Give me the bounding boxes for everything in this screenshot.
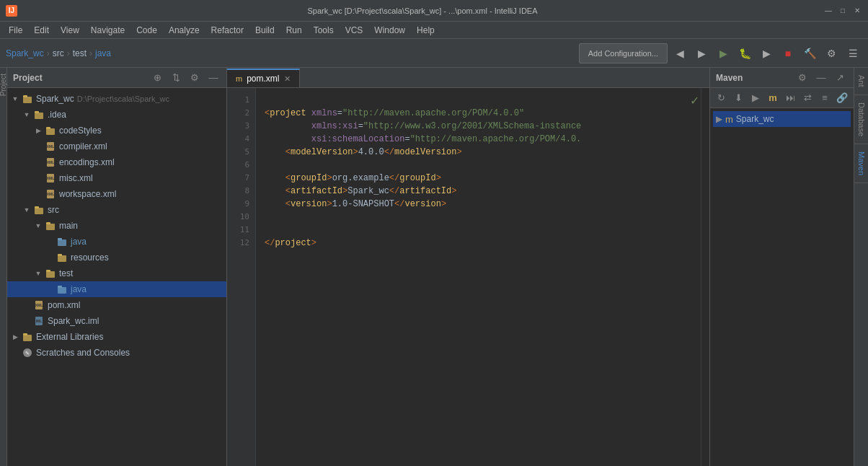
maven-collapse-button[interactable]: — bbox=[813, 70, 829, 86]
tree-icon-7 bbox=[33, 204, 45, 216]
maven-arrow: ▶ bbox=[716, 114, 722, 124]
tree-item-1[interactable]: ▼.idea bbox=[7, 107, 226, 123]
settings-button[interactable]: ⚙ bbox=[822, 44, 841, 63]
maven-more-button[interactable]: ≡ bbox=[817, 90, 833, 106]
tree-item-14[interactable]: IMLSpark_wc.iml bbox=[7, 313, 226, 329]
panel-layout-button[interactable]: ⇅ bbox=[169, 71, 183, 85]
code-line-5[interactable]: <modelVersion>4.0.0</modelVersion> bbox=[265, 146, 692, 159]
panel-add-button[interactable]: ⊕ bbox=[150, 71, 164, 85]
tree-arrow-9 bbox=[45, 237, 55, 247]
stop-button[interactable]: ■ bbox=[779, 44, 797, 63]
tree-icon-8 bbox=[45, 220, 56, 232]
add-config-button[interactable]: Add Configuration... bbox=[579, 43, 668, 63]
tree-item-5[interactable]: XMLmisc.xml bbox=[7, 170, 226, 186]
tab-close-pom[interactable]: ✕ bbox=[284, 74, 291, 84]
close-button[interactable]: ✕ bbox=[852, 6, 862, 16]
menu-view[interactable]: View bbox=[55, 24, 85, 37]
svg-rect-5 bbox=[46, 127, 50, 129]
maximize-button[interactable]: □ bbox=[838, 6, 848, 16]
menu-file[interactable]: File bbox=[3, 24, 28, 37]
tree-item-9[interactable]: java bbox=[7, 234, 226, 250]
menu-build[interactable]: Build bbox=[249, 24, 280, 37]
tree-icon-9 bbox=[56, 236, 68, 247]
tree-item-3[interactable]: XMLcompiler.xml bbox=[7, 139, 226, 154]
maven-lifecycle-button[interactable]: ▶ bbox=[748, 90, 763, 106]
tab-pom-xml[interactable]: m pom.xml ✕ bbox=[227, 69, 300, 87]
svg-text:IML: IML bbox=[36, 319, 43, 323]
tab-icon-pom: m bbox=[236, 74, 242, 83]
window-controls: — □ ✕ bbox=[823, 6, 862, 16]
menu-help[interactable]: Help bbox=[411, 24, 440, 37]
build-button[interactable]: 🔨 bbox=[800, 44, 819, 63]
tree-item-7[interactable]: ▼src bbox=[7, 202, 226, 218]
breadcrumb-project[interactable]: Spark_wc bbox=[6, 48, 44, 58]
menu-tools[interactable]: Tools bbox=[308, 24, 340, 37]
maven-toggle-button[interactable]: ⇄ bbox=[800, 90, 815, 106]
maven-header: Maven ⚙ — ↗ bbox=[710, 68, 854, 88]
code-line-8[interactable]: <artifactId>Spark_wc</artifactId> bbox=[265, 185, 692, 198]
menu-vcs[interactable]: VCS bbox=[340, 24, 369, 37]
code-line-12[interactable]: </project> bbox=[265, 237, 692, 250]
tree-item-12[interactable]: java bbox=[7, 281, 226, 297]
menu-refactor[interactable]: Refactor bbox=[205, 24, 249, 37]
tree-item-0[interactable]: ▼Spark_wcD:\Project\scala\Spark_wc bbox=[7, 91, 226, 107]
tree-label-11: test bbox=[59, 268, 73, 278]
tree-item-13[interactable]: XMLpom.xml bbox=[7, 297, 226, 313]
right-tab-database[interactable]: Database bbox=[854, 95, 868, 144]
code-line-2[interactable]: <project xmlns="http://maven.apache.org/… bbox=[265, 107, 692, 120]
tree-label-15: External Libraries bbox=[36, 332, 103, 342]
menu-analyze[interactable]: Analyze bbox=[163, 24, 205, 37]
run-button[interactable]: ▶ bbox=[714, 44, 732, 63]
code-line-9[interactable]: <version>1.0-SNAPSHOT</version> bbox=[265, 198, 692, 211]
breadcrumb-java[interactable]: java bbox=[95, 48, 111, 58]
run-coverage-button[interactable]: ▶ bbox=[757, 44, 776, 63]
forward-button[interactable]: ▶ bbox=[692, 44, 711, 63]
right-tab-ant[interactable]: Ant bbox=[854, 68, 868, 95]
code-area[interactable]: <project xmlns="http://maven.apache.org/… bbox=[256, 88, 701, 466]
tree-item-6[interactable]: XMLworkspace.xml bbox=[7, 186, 226, 202]
menu-window[interactable]: Window bbox=[368, 24, 411, 37]
toolbar: Spark_wc › src › test › java Add Configu… bbox=[0, 39, 868, 68]
maven-link-button[interactable]: 🔗 bbox=[834, 90, 850, 106]
debug-button[interactable]: 🐛 bbox=[735, 44, 754, 63]
right-tab-maven[interactable]: Maven bbox=[854, 144, 868, 183]
code-line-10[interactable] bbox=[265, 211, 692, 224]
code-line-7[interactable]: <groupId>org.example</groupId> bbox=[265, 172, 692, 185]
menu-edit[interactable]: Edit bbox=[28, 24, 55, 37]
menu-navigate[interactable]: Navigate bbox=[85, 24, 130, 37]
tree-item-16[interactable]: ✎Scratches and Consoles bbox=[7, 345, 226, 361]
structure-button[interactable]: ☰ bbox=[843, 44, 862, 63]
code-line-11[interactable] bbox=[265, 224, 692, 237]
maven-expand-button[interactable]: ↗ bbox=[832, 70, 848, 86]
code-line-1[interactable] bbox=[265, 94, 692, 107]
tree-item-11[interactable]: ▼test bbox=[7, 265, 226, 281]
tree-arrow-15: ▶ bbox=[10, 332, 20, 342]
menu-code[interactable]: Code bbox=[130, 24, 163, 37]
line-num-10: 10 bbox=[227, 211, 255, 224]
panel-settings-button[interactable]: ⚙ bbox=[187, 71, 202, 85]
code-line-4[interactable]: xsi:schemaLocation="http://maven.apache.… bbox=[265, 133, 692, 146]
code-line-6[interactable] bbox=[265, 159, 692, 172]
panel-close-button[interactable]: — bbox=[206, 71, 221, 85]
tree-item-8[interactable]: ▼main bbox=[7, 218, 226, 234]
tree-icon-1 bbox=[33, 109, 45, 120]
back-button[interactable]: ◀ bbox=[670, 44, 689, 63]
code-line-3[interactable]: xmlns:xsi="http://www.w3.org/2001/XMLSch… bbox=[265, 120, 692, 133]
tree-icon-14: IML bbox=[33, 315, 45, 327]
tree-item-15[interactable]: ▶External Libraries bbox=[7, 329, 226, 345]
breadcrumb-src[interactable]: src bbox=[53, 48, 64, 58]
maven-skip-button[interactable]: ⏭ bbox=[782, 90, 798, 106]
maven-download-button[interactable]: ⬇ bbox=[730, 90, 746, 106]
maven-run-button[interactable]: m bbox=[765, 90, 781, 106]
project-label[interactable]: Project bbox=[0, 68, 7, 102]
tree-item-10[interactable]: resources bbox=[7, 250, 226, 265]
menu-run[interactable]: Run bbox=[280, 24, 308, 37]
minimize-button[interactable]: — bbox=[823, 6, 833, 16]
tree-item-2[interactable]: ▶codeStyles bbox=[7, 123, 226, 139]
maven-project-item[interactable]: ▶ m Spark_wc bbox=[713, 111, 851, 127]
tree-item-4[interactable]: XMLencodings.xml bbox=[7, 154, 226, 170]
tree-arrow-1: ▼ bbox=[22, 110, 32, 120]
breadcrumb-test[interactable]: test bbox=[73, 48, 87, 58]
maven-settings-button[interactable]: ⚙ bbox=[794, 70, 810, 86]
maven-refresh-button[interactable]: ↻ bbox=[713, 90, 729, 106]
